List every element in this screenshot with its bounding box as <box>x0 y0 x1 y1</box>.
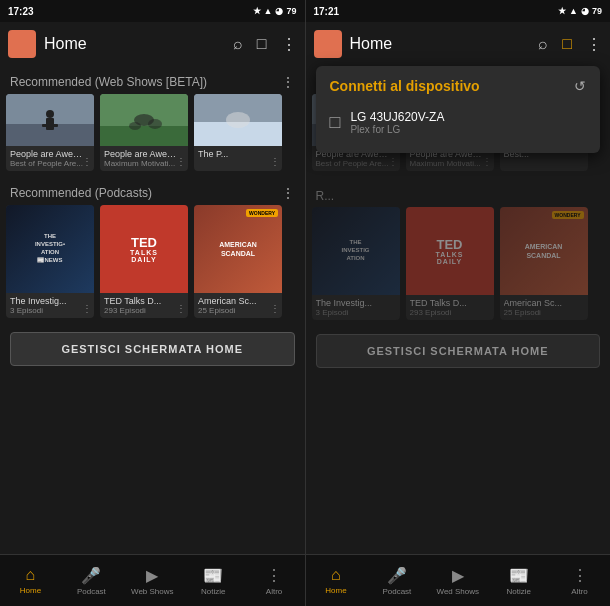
cast-device-row[interactable]: □ LG 43UJ620V-ZA Plex for LG <box>330 104 587 141</box>
nav-podcast-left[interactable]: 🎤 Podcast <box>61 555 122 606</box>
webshows-row-left: People are Aweso... Best of People Are..… <box>0 94 305 177</box>
section-webshows-label-left: Recommended <box>10 75 91 89</box>
nav-home-label-right: Home <box>325 586 346 595</box>
cast-refresh-icon[interactable]: ↺ <box>574 78 586 94</box>
podcast-menu-0-left[interactable]: ⋮ <box>82 303 92 314</box>
altro-icon-right: ⋮ <box>572 566 588 585</box>
status-bar-right: 17:21 ★ ▲ ◕ 79 <box>306 0 611 22</box>
webshow-title-1-left: People are Aweso... <box>104 149 180 159</box>
cast-icon-left[interactable]: □ <box>257 35 267 53</box>
podcast-menu-2-left[interactable]: ⋮ <box>270 303 280 314</box>
newspaper-icon-right: 📰 <box>509 566 529 585</box>
manage-button-left[interactable]: GESTISCI SCHERMATA HOME <box>10 332 295 366</box>
nav-webshows-right[interactable]: ▶ Wed Shows <box>427 555 488 606</box>
time-right: 17:21 <box>314 6 340 17</box>
thumb-ted-right: TED TALKS DAILY <box>406 207 494 295</box>
nav-podcast-label-right: Podcast <box>382 587 411 596</box>
webshow-card-1-left[interactable]: People are Aweso... Maximum Motivati... … <box>100 94 188 171</box>
nav-notizie-left[interactable]: 📰 Notizie <box>183 555 244 606</box>
home-icon-left: ⌂ <box>26 566 36 584</box>
podcasts-row-right: THEINVESTIGATION The Investig... 3 Episo… <box>306 207 611 326</box>
svg-rect-5 <box>52 124 58 127</box>
nav-altro-left[interactable]: ⋮ Altro <box>244 555 305 606</box>
podcast-sub-0-right: 3 Episodi <box>316 308 392 317</box>
status-icons-left: ★ ▲ ◕ 79 <box>253 6 297 16</box>
podcast-card-0-left[interactable]: THEINVESTIG•ATION📰NEWS The Investig... 3… <box>6 205 94 318</box>
status-bar-left: 17:23 ★ ▲ ◕ 79 <box>0 0 305 22</box>
section-podcasts-label-left: Recommended <box>10 186 91 200</box>
right-panel: 17:21 ★ ▲ ◕ 79 Home ⌕ □ ⋮ Recommended (W… <box>306 0 611 606</box>
more-icon-right[interactable]: ⋮ <box>586 35 602 54</box>
nav-podcast-label-left: Podcast <box>77 587 106 596</box>
nav-notizie-right[interactable]: 📰 Notizie <box>488 555 549 606</box>
nav-webshows-label-left: Web Shows <box>131 587 174 596</box>
play-square-icon-left: ▶ <box>146 566 158 585</box>
time-left: 17:23 <box>8 6 34 17</box>
card-menu-0-right[interactable]: ⋮ <box>388 156 398 167</box>
nav-home-right[interactable]: ⌂ Home <box>306 555 367 606</box>
nav-webshows-label-right: Wed Shows <box>436 587 479 596</box>
podcasts-row-left: THEINVESTIG•ATION📰NEWS The Investig... 3… <box>0 205 305 324</box>
avatar-left <box>8 30 36 58</box>
podcast-menu-1-left[interactable]: ⋮ <box>176 303 186 314</box>
svg-point-10 <box>148 119 162 129</box>
podcast-sub-2-left: 25 Episodi <box>198 306 274 315</box>
manage-button-right[interactable]: GESTISCI SCHERMATA HOME <box>316 334 601 368</box>
cast-overlay: Connetti al dispositivo ↺ □ LG 43UJ620V-… <box>316 66 601 153</box>
device-name: LG 43UJ620V-ZA <box>350 110 444 124</box>
card-menu-0-left[interactable]: ⋮ <box>82 156 92 167</box>
svg-rect-7 <box>100 126 188 146</box>
wifi-icon: ◕ <box>275 6 283 16</box>
webshow-sub-0-right: Best of People Are... <box>316 159 392 168</box>
top-bar-right: Home ⌕ □ ⋮ <box>306 22 611 66</box>
wondery-badge-right: WONDERY <box>552 211 584 219</box>
thumb-investigation-right: THEINVESTIGATION <box>312 207 400 295</box>
podcast-sub-2-right: 25 Episodi <box>504 308 580 317</box>
podcast-title-1-left: TED Talks D... <box>104 296 180 306</box>
bottom-nav-right: ⌂ Home 🎤 Podcast ▶ Wed Shows 📰 Notizie ⋮… <box>306 554 611 606</box>
podcast-title-2-right: American Sc... <box>504 298 580 308</box>
webshow-title-0-left: People are Aweso... <box>10 149 86 159</box>
thumb-snow-left <box>194 94 282 146</box>
card-menu-2-left[interactable]: ⋮ <box>270 156 280 167</box>
cast-icon-right[interactable]: □ <box>562 35 572 53</box>
search-icon-right[interactable]: ⌕ <box>538 35 548 53</box>
podcast-card-1-left[interactable]: TED TALKS DAILY TED Talks D... 293 Episo… <box>100 205 188 318</box>
mic-icon-right: 🎤 <box>387 566 407 585</box>
card-menu-1-right[interactable]: ⋮ <box>482 156 492 167</box>
card-menu-1-left[interactable]: ⋮ <box>176 156 186 167</box>
podcast-card-1-right[interactable]: TED TALKS DAILY TED Talks D... 293 Episo… <box>406 207 494 320</box>
podcasts-more-left[interactable]: ⋮ <box>281 185 295 201</box>
section-podcasts-sublabel-left: (Podcasts) <box>95 186 152 200</box>
more-icon-left[interactable]: ⋮ <box>281 35 297 54</box>
podcast-card-2-left[interactable]: AMERICANSCANDAL WONDERY American Sc... 2… <box>194 205 282 318</box>
podcast-card-2-right[interactable]: AMERICANSCANDAL WONDERY American Sc... 2… <box>500 207 588 320</box>
podcast-card-0-right[interactable]: THEINVESTIGATION The Investig... 3 Episo… <box>312 207 400 320</box>
bluetooth-icon-right: ★ <box>558 6 566 16</box>
cast-device-icon: □ <box>330 112 341 133</box>
nav-podcast-right[interactable]: 🎤 Podcast <box>366 555 427 606</box>
section-podcasts-header-left: Recommended (Podcasts) ⋮ <box>0 177 305 205</box>
webshows-more-left[interactable]: ⋮ <box>281 74 295 90</box>
signal-icon: ▲ <box>264 6 273 16</box>
podcast-sub-1-right: 293 Episodi <box>410 308 486 317</box>
page-title-left: Home <box>44 35 225 53</box>
wifi-icon-right: ◕ <box>581 6 589 16</box>
webshow-card-0-left[interactable]: People are Aweso... Best of People Are..… <box>6 94 94 171</box>
nav-webshows-left[interactable]: ▶ Web Shows <box>122 555 183 606</box>
cast-overlay-header: Connetti al dispositivo ↺ <box>330 78 587 94</box>
nav-altro-right[interactable]: ⋮ Altro <box>549 555 610 606</box>
top-bar-left: Home ⌕ □ ⋮ <box>0 22 305 66</box>
nav-notizie-label-right: Notizie <box>506 587 530 596</box>
device-app: Plex for LG <box>350 124 444 135</box>
webshow-card-2-left[interactable]: The P... ⋮ <box>194 94 282 171</box>
podcast-title-0-right: The Investig... <box>316 298 392 308</box>
nav-home-left[interactable]: ⌂ Home <box>0 555 61 606</box>
search-icon-left[interactable]: ⌕ <box>233 35 243 53</box>
thumb-grass-left <box>100 94 188 146</box>
svg-point-2 <box>46 110 54 118</box>
altro-icon-left: ⋮ <box>266 566 282 585</box>
podcast-title-2-left: American Sc... <box>198 296 274 306</box>
podcast-title-1-right: TED Talks D... <box>410 298 486 308</box>
play-square-icon-right: ▶ <box>452 566 464 585</box>
